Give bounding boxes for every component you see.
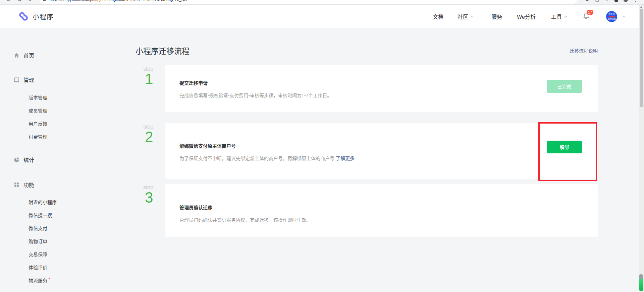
sidebar-section-divider (29, 173, 69, 173)
step-title: 提交迁移申请 (179, 79, 598, 86)
step-card-submit-application: 提交迁移申请 完成信息填写-授权验证-支付费用-审核等步骤，审核时间为1-7个工… (165, 65, 598, 112)
page-body: 首页 管理 版本管理 成员管理 用户反馈 付费管理 统计 (0, 28, 644, 292)
step-card-unbind-merchant: 解绑微信支付原主体商户号 为了保证支付不中断，建议先绑定新主体的商户号，再解绑原… (165, 123, 598, 179)
nav-community[interactable]: 社区 (458, 12, 473, 20)
share-icon[interactable] (595, 0, 599, 2)
site-info-icon[interactable] (43, 0, 46, 1)
browser-menu-icon[interactable]: ⋮ (633, 0, 638, 5)
sidebar-item-features[interactable]: 功能 (0, 178, 95, 191)
step-row-2: step 2 解绑微信支付原主体商户号 为了保证支付不中断，建议先绑定新主体的商… (136, 123, 598, 179)
bookmark-star-icon[interactable]: ☆ (605, 0, 609, 5)
extension-widget-body (639, 279, 643, 291)
extension-widget-cap (639, 274, 643, 279)
notification-bell[interactable]: 17 (582, 12, 590, 21)
step-description: 完成信息填写-授权验证-支付费用-审核等步骤，审核时间为1-7个工作日。 (179, 92, 598, 98)
extension-widget[interactable] (639, 274, 643, 291)
sidebar-item-shopping-orders[interactable]: 购物订单 (0, 235, 95, 248)
account-chevron-down-icon[interactable] (623, 14, 626, 17)
sidebar-item-user-feedback[interactable]: 用户反馈 (0, 118, 95, 131)
sidebar-item-logistics-service[interactable]: 物流服务 (0, 274, 95, 287)
step-row-3: step 3 管理员确认迁移 管理员扫码确认并签订服务协议，完成迁移。该操作即时… (136, 184, 598, 237)
sidebar-item-nearby-miniprograms[interactable]: 附近的小程序 (0, 196, 95, 209)
browser-back-icon[interactable]: ← (6, 0, 11, 5)
sidebar-item-wechat-pay[interactable]: 微信支付 (0, 222, 95, 235)
chevron-down-icon (471, 14, 474, 17)
main-area: 小程序迁移流程 迁移流程说明 step 1 提交迁移申请 完成信息填写-授权验证… (95, 28, 644, 292)
unbind-button[interactable]: 解绑 (547, 141, 582, 153)
sidebar-item-version-manage[interactable]: 版本管理 (0, 91, 95, 104)
migration-help-link[interactable]: 迁移流程说明 (570, 47, 598, 54)
step-number-2: 2 (143, 130, 165, 144)
new-badge-dot (49, 278, 50, 279)
nav-docs[interactable]: 文档 (433, 12, 443, 20)
browser-reload-icon[interactable]: ↻ (28, 0, 32, 5)
chevron-down-icon (564, 14, 568, 17)
sidebar-item-statistics[interactable]: 统计 (0, 154, 95, 166)
sidebar-section-divider (29, 67, 69, 67)
sidebar-item-wechat-search[interactable]: 微信搜一搜 (0, 209, 95, 222)
learn-more-link[interactable]: 了解更多 (336, 156, 355, 161)
notification-badge: 17 (587, 10, 593, 15)
sidebar-item-trade-guarantee[interactable]: 交易保障 (0, 248, 95, 261)
migration-steps: step 1 提交迁移申请 完成信息填写-授权验证-支付费用-审核等步骤，审核时… (136, 65, 598, 237)
sidebar-item-home[interactable]: 首页 (0, 49, 95, 61)
miniprogram-logo[interactable]: 小程序 (18, 5, 54, 28)
step-row-1: step 1 提交迁移申请 完成信息填写-授权验证-支付费用-审核等步骤，审核时… (136, 65, 598, 112)
sidebar: 首页 管理 版本管理 成员管理 用户反馈 付费管理 统计 (0, 28, 95, 292)
step-number-3: 3 (143, 191, 165, 205)
extension-icon[interactable] (614, 0, 618, 2)
step-card-admin-confirm: 管理员确认迁移 管理员扫码确认并签订服务协议，完成迁移。该操作即时生效。 (165, 184, 598, 237)
sidebar-section-divider (29, 147, 69, 147)
scrollbar-up-arrow[interactable] (640, 6, 643, 8)
home-icon (13, 52, 20, 59)
avatar-red-banner (609, 16, 615, 17)
inbox-icon (13, 77, 20, 83)
sidebar-item-payment-manage[interactable]: 付费管理 (0, 131, 95, 144)
step-title: 解绑微信支付原主体商户号 (179, 142, 598, 149)
browser-toolbar: ← → ↻ mp.weixin.qq.com/wxamp/subjectchan… (0, 0, 644, 5)
pie-chart-icon (13, 157, 20, 163)
step-number-1: 1 (143, 72, 165, 86)
browser-forward-icon[interactable]: → (17, 0, 22, 5)
completed-button[interactable]: 已完成 (547, 80, 582, 93)
miniprogram-logo-icon (18, 11, 29, 21)
browser-profile-avatar[interactable] (624, 0, 628, 2)
sidebar-item-manage[interactable]: 管理 (0, 74, 95, 86)
site-header: 小程序 文档 社区 服务 We分析 工具 17 数字化 智慧零售 (0, 5, 644, 28)
nav-tools[interactable]: 工具 (551, 12, 567, 20)
nav-services[interactable]: 服务 (491, 12, 502, 20)
step-description: 管理员扫码确认并签订服务协议，完成迁移。该操作即时生效。 (179, 216, 598, 223)
step-description: 为了保证支付不中断，建议先绑定新主体的商户号，再解绑原主体的商户号了解更多 (179, 155, 598, 161)
sidebar-item-member-manage[interactable]: 成员管理 (0, 104, 95, 118)
scrollbar-thumb[interactable] (640, 9, 643, 107)
scrollbar-track[interactable] (639, 5, 644, 292)
header-nav: 文档 社区 服务 We分析 工具 17 数字化 智慧零售 (433, 5, 625, 28)
address-bar[interactable]: mp.weixin.qq.com/wxamp/subjectchange/ind… (39, 0, 578, 4)
grid-icon (13, 182, 20, 188)
search-icon[interactable] (585, 0, 590, 2)
step-title: 管理员确认迁移 (179, 204, 598, 211)
account-avatar[interactable]: 数字化 智慧零售 (606, 11, 617, 22)
nav-we-analysis[interactable]: We分析 (517, 12, 536, 20)
url-text: mp.weixin.qq.com/wxamp/subjectchange/ind… (49, 0, 187, 2)
logo-text: 小程序 (33, 12, 54, 21)
sidebar-item-experience-rating[interactable]: 体验评价 (0, 261, 95, 274)
page-title: 小程序迁移流程 (136, 45, 190, 56)
